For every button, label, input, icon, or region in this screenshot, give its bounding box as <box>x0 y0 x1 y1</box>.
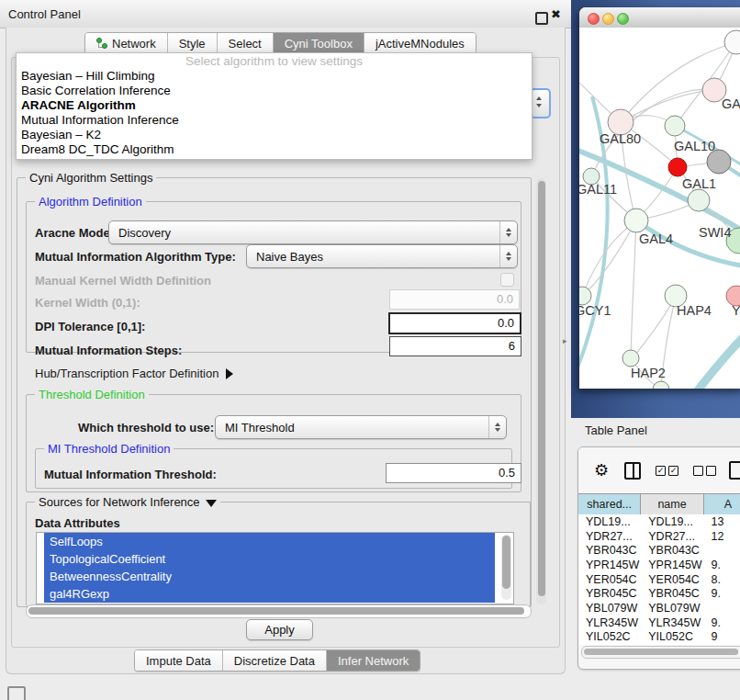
manual-kernel-width-checkbox[interactable] <box>500 273 514 287</box>
table-cell: 9 <box>704 630 740 643</box>
table-row[interactable]: YBL079WYBL079W <box>578 601 740 615</box>
attribute-item[interactable]: gal4RGexp <box>44 585 495 603</box>
table-horizontal-scrollbar-thumb[interactable] <box>584 649 738 655</box>
tab-infer-network[interactable]: Infer Network <box>327 650 420 671</box>
data-attributes-list[interactable]: SelfLoopsTopologicalCoefficientBetweenne… <box>36 532 514 604</box>
close-window-icon[interactable] <box>588 13 600 25</box>
splitter-handle-icon[interactable]: ▸ <box>563 336 567 345</box>
new-table-icon[interactable] <box>729 461 740 480</box>
table-toolbar: ⚙ ✓✓ <box>578 447 740 493</box>
kernel-width-label: Kernel Width (0,1): <box>35 296 140 310</box>
column-header-2[interactable]: name <box>641 494 703 514</box>
network-canvas[interactable]: GALGAL80GAL10GAL1GAL11GAL4SWI4GCY1HAP4YH… <box>579 28 740 389</box>
node-label-gal1: GAL1 <box>682 176 716 191</box>
collapsed-panel-button[interactable] <box>7 686 26 700</box>
tab-select[interactable]: Select <box>218 33 274 53</box>
table-cell: YDR27... <box>578 530 641 543</box>
table-panel: ⚙ ✓✓ shared...nameA YDL19...YDL19...13YD… <box>577 446 740 670</box>
network-node[interactable] <box>653 381 669 389</box>
expanded-arrow-icon <box>206 500 217 507</box>
attribute-item[interactable]: TopologicalCoefficient <box>44 550 495 568</box>
select-all-columns-icon[interactable]: ✓✓ <box>656 466 678 476</box>
network-node[interactable] <box>624 209 648 232</box>
combo-stepper-remnant[interactable] <box>530 88 551 119</box>
tab-network[interactable]: Network <box>85 33 168 53</box>
close-panel-icon[interactable]: ✖ <box>551 7 561 21</box>
algorithm-dropdown-popup: Select algorithm to view settings Bayesi… <box>16 52 533 160</box>
table-cell: YPR145W <box>641 559 703 571</box>
table-cell: YER054C <box>578 573 641 586</box>
column-header-3[interactable]: A <box>704 494 740 514</box>
minimize-window-icon[interactable] <box>602 13 614 25</box>
attribute-item[interactable]: SelfLoops <box>44 533 495 550</box>
network-node[interactable] <box>622 350 639 367</box>
threshold-definition-title: Threshold Definition <box>35 388 149 401</box>
node-label-gal10: GAL10 <box>674 139 715 153</box>
settings-horizontal-scrollbar-thumb[interactable] <box>28 607 524 615</box>
algorithm-option[interactable]: ARACNE Algorithm <box>17 98 532 113</box>
tab-discretize-data[interactable]: Discretize Data <box>223 650 327 671</box>
table-horizontal-scrollbar[interactable] <box>581 646 740 659</box>
attributes-scrollbar[interactable] <box>501 535 511 600</box>
network-node[interactable] <box>665 116 685 136</box>
tab-cyni-toolbox[interactable]: Cyni Toolbox <box>274 33 364 53</box>
float-panel-icon[interactable] <box>535 12 548 25</box>
algorithm-option[interactable]: Basic Correlation Inference <box>17 84 532 98</box>
tab-impute-data[interactable]: Impute Data <box>135 650 223 671</box>
dpi-tolerance-input[interactable]: 0.0 <box>388 312 521 334</box>
network-view-window: GALGAL80GAL10GAL1GAL11GAL4SWI4GCY1HAP4YH… <box>579 7 740 389</box>
table-row[interactable]: YLR345WYLR345W9. <box>578 615 740 630</box>
table-row[interactable]: YDR27...YDR27...12 <box>578 529 740 544</box>
kernel-width-input[interactable]: 0.0 <box>389 289 520 310</box>
algorithm-option[interactable]: Bayesian – Hill Climbing <box>17 69 532 84</box>
network-node[interactable] <box>668 158 687 176</box>
node-label-gal11: GAL11 <box>579 182 617 197</box>
tab-style[interactable]: Style <box>168 33 218 53</box>
network-edge <box>694 323 740 389</box>
algorithm-option[interactable]: Bayesian – K2 <box>17 128 532 142</box>
table-cell: 13 <box>704 515 740 528</box>
network-edge <box>631 220 636 358</box>
attributes-scrollbar-thumb[interactable] <box>502 536 510 589</box>
gear-icon[interactable]: ⚙ <box>594 462 609 479</box>
table-row[interactable]: YER054CYER054C8. <box>578 572 740 587</box>
algorithm-option[interactable]: Mutual Information Inference <box>17 113 532 128</box>
table-row[interactable]: YBR045CYBR045C9. <box>578 586 740 601</box>
network-node[interactable] <box>724 30 740 54</box>
tab-jactivemnodules[interactable]: jActiveMNodules <box>364 33 476 53</box>
network-node[interactable] <box>688 189 710 211</box>
table-header-row: shared...nameA <box>578 493 740 515</box>
zoom-window-icon[interactable] <box>617 13 629 25</box>
attribute-item[interactable]: BetweennessCentrality <box>44 568 495 585</box>
table-cell: YDR27... <box>641 530 703 543</box>
aracne-mode-select[interactable]: Discovery <box>108 220 518 244</box>
sources-toggle[interactable]: Sources for Network Inference <box>35 495 220 509</box>
network-icon <box>96 38 107 49</box>
table-row[interactable]: YIL052CYIL052C9 <box>578 630 740 645</box>
hub-definition-toggle[interactable]: Hub/Transcription Factor Definition <box>35 367 233 380</box>
table-cell: YDL19... <box>641 515 703 528</box>
mi-threshold-input[interactable]: 0.5 <box>386 463 521 483</box>
which-threshold-select[interactable]: MI Threshold <box>215 415 507 439</box>
algorithm-option[interactable]: Dream8 DC_TDC Algorithm <box>17 142 532 157</box>
table-row[interactable]: YBR043CYBR043C <box>578 543 740 558</box>
column-header-1[interactable]: shared... <box>578 494 641 514</box>
dpi-tolerance-label: DPI Tolerance [0,1]: <box>35 320 145 333</box>
table-row[interactable]: YPR145WYPR145W9. <box>578 558 740 572</box>
table-row[interactable]: YDL19...YDL19...13 <box>578 514 740 529</box>
deselect-all-columns-icon[interactable] <box>693 466 716 476</box>
mi-steps-input[interactable]: 6 <box>389 336 521 356</box>
mi-algorithm-type-select[interactable]: Naive Bayes <box>246 244 518 268</box>
apply-button[interactable]: Apply <box>246 619 313 640</box>
node-label-hap2: HAP2 <box>631 366 666 380</box>
network-window-titlebar[interactable] <box>579 7 740 28</box>
table-cell: YDL19... <box>578 515 641 528</box>
columns-icon[interactable] <box>624 462 641 480</box>
table-cell: 9. <box>704 559 740 571</box>
table-cell: YBR043C <box>641 544 703 557</box>
node-label-gal80: GAL80 <box>600 131 641 146</box>
mi-threshold-definition-title: MI Threshold Definition <box>44 442 174 456</box>
settings-vertical-scrollbar-thumb[interactable] <box>538 181 545 596</box>
table-cell: YIL052C <box>578 630 641 643</box>
table-cell: YBR045C <box>578 587 641 600</box>
